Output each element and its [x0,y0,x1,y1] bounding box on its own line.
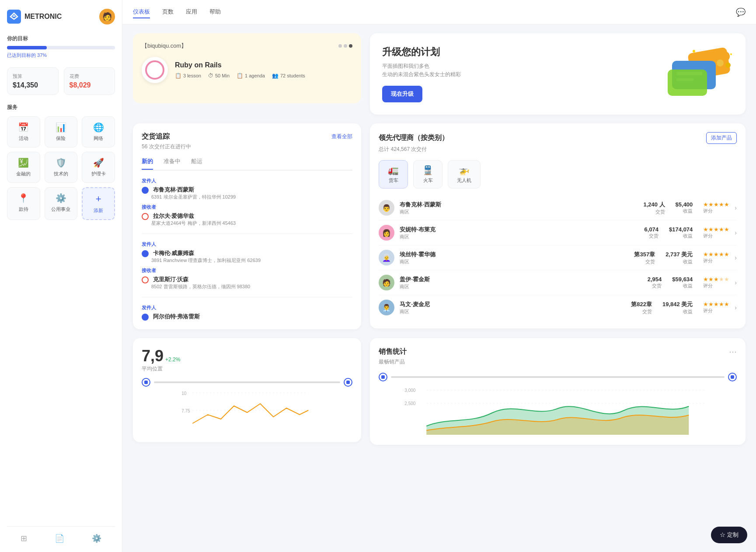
agent-1-arrow[interactable]: › [735,204,737,211]
agent-5-arrow[interactable]: › [735,304,737,311]
sidebar-footer: ⊞ 📄 ⚙️ [7,526,115,543]
agent-3-info: 埃丝特·霍华德 南区 [400,251,634,265]
sales-slider-handle-right[interactable] [728,373,737,381]
budget-label: 预算 [13,73,53,80]
agent-5-name: 马文·麦金尼 [400,300,631,308]
agent-3-name: 埃丝特·霍华德 [400,251,634,259]
services-label: 服务 [7,104,115,111]
topnav: 仪表板 页数 应用 帮助 💬 [122,0,756,24]
sales-dots-icon[interactable]: ⋯ [729,347,737,356]
course-title: Ruby on Rails [175,61,305,69]
upgrade-illustration [663,48,733,100]
nav-dashboard[interactable]: 仪表板 [133,6,150,18]
service-item-add[interactable]: + 添新 [82,187,115,220]
cat-tab-train[interactable]: 🚆 火车 [413,160,442,189]
finance-label: 金融的 [16,171,31,177]
agent-3-stars: ★★★★★ [703,251,729,258]
agent-4-arrow[interactable]: › [735,279,737,286]
upgrade-desc: 平面插图和我们多色 生动的未混合紫色头发女士的精彩 [382,62,461,79]
settings-icon[interactable]: ⚙️ [92,534,101,543]
shipping-header: 交货追踪 查看全部 [142,132,352,141]
agent-1-revenue: $5,400 收益 [676,201,693,214]
nav-apps[interactable]: 应用 [186,6,197,18]
tech-icon: 🛡️ [56,157,66,168]
agent-4-revenue: $59,634 收益 [672,276,693,289]
service-item-hospitality[interactable]: 📍 款待 [7,187,40,220]
agent-2-arrow[interactable]: › [735,229,737,236]
agent-row-3: 👩‍🦳 埃丝特·霍华德 南区 第357章 交货 2,737 美元 收益 [379,245,737,270]
agent-2-revenue-label: 收益 [669,233,693,239]
agent-4-avatar: 🧑 [379,275,394,290]
utility-label: 公用事业 [51,206,70,213]
agent-4-revenue-value: $59,634 [672,276,693,283]
agent-3-transactions: 第357章 [634,251,655,259]
service-item-activity[interactable]: 📅 活动 [7,116,40,147]
agent-3-arrow[interactable]: › [735,254,737,261]
user-avatar[interactable]: 🧑 [99,9,115,24]
agent-2-info: 安妮特·布莱克 南区 [400,226,644,240]
shipment-2-sender-role: 发件人 [142,241,352,248]
course-lessons: 📋 3 lesson [175,73,201,79]
agent-1-revenue-label: 收益 [676,208,693,214]
course-students: 👥 72 students [272,73,305,79]
file-icon[interactable]: 📄 [55,534,64,543]
sales-panel: 销售统计 ⋯ 最畅销产品 [370,338,746,445]
course-duration: ⏱ 50 Min [208,73,230,79]
sales-slider-handle-left[interactable] [379,373,387,381]
tab-shipping[interactable]: 船运 [191,157,202,170]
agent-3-rating-label: 评分 [703,258,729,264]
shipment-2-receiver-addr: 8502 普雷斯顿路，英格尔伍德，缅因州 98380 [151,283,352,290]
activity-icon: 📅 [18,122,29,133]
agent-3-revenue-value: 2,737 美元 [665,251,693,259]
sales-title: 销售统计 [379,347,407,356]
cat-tab-truck[interactable]: 🚛 货车 [379,160,408,189]
service-item-insurance[interactable]: 📊 保险 [45,116,78,147]
care-label: 护理卡 [91,171,106,177]
customize-button[interactable]: ☆ 定制 [711,527,747,543]
avg-slider-handle-left[interactable] [142,378,150,387]
notification-icon[interactable]: 💬 [736,7,746,17]
service-item-network[interactable]: 🌐 网络 [82,116,115,147]
add-label: 添新 [94,207,103,214]
add-product-button[interactable]: 添加产品 [706,132,737,144]
cat-tab-drone[interactable]: 🚁 无人机 [448,160,481,189]
avg-slider-handle-right[interactable] [344,378,352,387]
shipping-link[interactable]: 查看全部 [331,133,352,140]
agent-4-stars: ★★★★★ [703,276,729,283]
agent-3-stat: 第357章 交货 [634,251,655,265]
shipment-3-sender: 阿尔伯特·弗洛雷斯 [142,313,352,321]
course-url: 【biqubiqu.com】 [142,42,187,50]
service-item-tech[interactable]: 🛡️ 技术的 [45,152,78,183]
tab-new[interactable]: 新的 [142,157,153,170]
agent-5-revenue: 19,842 美元 收益 [662,300,693,315]
service-item-care[interactable]: 🚀 护理卡 [82,152,115,183]
service-item-finance[interactable]: 💹 金融的 [7,152,40,183]
agent-5-revenue-value: 19,842 美元 [662,300,693,308]
shipment-2: 发件人 卡梅伦·威廉姆森 3891 Ranchview 理查森博士，加利福尼亚州… [142,241,352,297]
svg-text:2,500: 2,500 [405,401,416,406]
agents-title: 领先代理商（按类别） [379,133,449,143]
nav-pages[interactable]: 页数 [162,6,174,18]
hospitality-label: 款待 [19,206,28,213]
course-col: 【biqubiqu.com】 Ruby on Rails [133,33,361,115]
utility-icon: ⚙️ [56,193,66,203]
upgrade-col: 升级您的计划 平面插图和我们多色 生动的未混合紫色头发女士的精彩 现在升级 [370,33,746,115]
tech-label: 技术的 [54,171,68,177]
shipment-2-sender-icon [142,250,149,257]
layers-icon[interactable]: ⊞ [21,534,27,543]
shipment-1-sender-icon [142,187,149,194]
tab-preparing[interactable]: 准备中 [164,157,181,170]
agent-5-rating: ★★★★★ 评分 [703,301,729,314]
service-item-utility[interactable]: ⚙️ 公用事业 [45,187,78,220]
course-card-header: 【biqubiqu.com】 [142,42,352,50]
upgrade-button[interactable]: 现在升级 [382,86,422,102]
agenda-value: 1 agenda [245,73,265,78]
nav-help[interactable]: 帮助 [209,6,221,18]
shipment-1-sender-role: 发件人 [142,178,352,184]
agent-2-avatar: 👩 [379,225,394,241]
topnav-links: 仪表板 页数 应用 帮助 [133,6,221,18]
sales-chart: 3,000 2,500 [379,387,737,435]
course-dots [338,44,352,48]
students-icon: 👥 [272,73,279,79]
sidebar: METRONIC 🧑 你的目标 已达到目标的 37% 预算 $14,350 花费… [0,0,122,552]
